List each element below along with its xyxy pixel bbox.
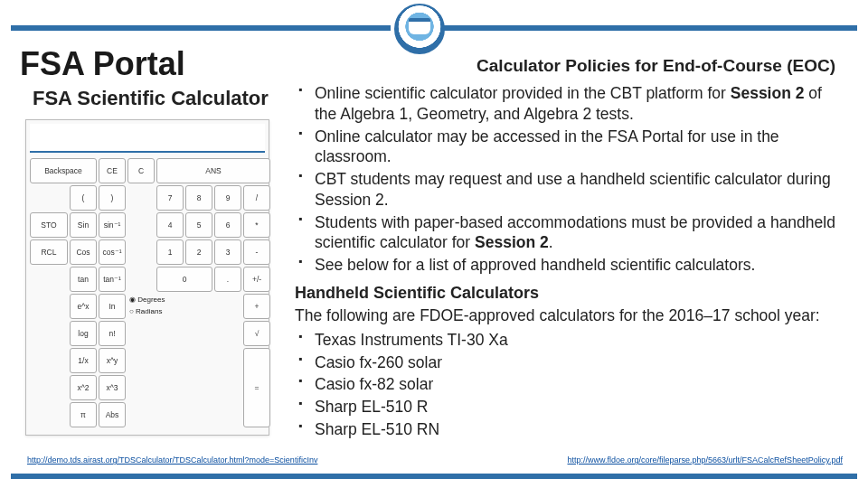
handheld-item: Casio fx-260 solar [295, 352, 843, 373]
calc-key-0[interactable]: 0 [156, 267, 212, 292]
calc-spacer [30, 185, 68, 211]
calc-spacer [30, 348, 68, 373]
calc-spacer [30, 375, 68, 400]
calc-key-sqrt[interactable]: √ [243, 321, 270, 346]
calc-key-rparen[interactable]: ) [99, 185, 126, 211]
calc-key-minus[interactable]: - [243, 239, 270, 265]
policy-item: CBT students may request and use a handh… [295, 169, 843, 211]
calc-key-8[interactable]: 8 [185, 185, 212, 211]
calc-key-mul[interactable]: * [243, 212, 270, 238]
calc-key-6[interactable]: 6 [214, 212, 241, 238]
calc-key-sto[interactable]: STO [30, 212, 68, 238]
degrees-radio[interactable]: ◉ Degrees [129, 296, 211, 304]
handheld-intro: The following are FDOE-approved calculat… [295, 305, 843, 326]
calc-key-9[interactable]: 9 [214, 185, 241, 211]
handheld-heading: Handheld Scientific Calculators [295, 283, 843, 304]
calc-key-asin[interactable]: sin⁻¹ [99, 212, 126, 238]
calc-key-7[interactable]: 7 [156, 185, 184, 211]
policy-item: Online scientific calculator provided in… [295, 83, 843, 125]
calc-key-fact[interactable]: n! [99, 321, 126, 346]
policy-list: Online scientific calculator provided in… [295, 83, 843, 276]
policy-item: Students with paper-based accommodations… [295, 212, 843, 254]
calc-key-ln[interactable]: In [99, 294, 126, 319]
calc-spacer [127, 212, 155, 238]
degrees-label: Degrees [137, 296, 165, 304]
calc-spacer [127, 239, 155, 265]
calc-key-acos[interactable]: cos⁻¹ [99, 239, 126, 265]
calc-spacer [127, 185, 155, 211]
calc-key-atan[interactable]: tan⁻¹ [99, 267, 126, 292]
calc-key-dot[interactable]: . [214, 267, 241, 292]
calculator-keypad: Backspace CE C ANS ( ) 7 8 9 / STO Sin s… [26, 153, 269, 433]
calc-key-3[interactable]: 3 [214, 239, 241, 265]
calc-key-sin[interactable]: Sin [70, 212, 97, 238]
calc-spacer [30, 267, 68, 292]
calc-key-x2[interactable]: x^2 [70, 375, 97, 400]
policy-content: Online scientific calculator provided in… [295, 83, 843, 447]
calc-key-x3[interactable]: x^3 [99, 375, 126, 400]
calc-key-pi[interactable]: π [70, 402, 97, 427]
radians-radio[interactable]: ○ Radians [129, 307, 211, 315]
calc-spacer [30, 321, 68, 346]
book-icon [409, 18, 430, 34]
handheld-list: Texas Instruments TI-30 Xa Casio fx-260 … [295, 330, 843, 440]
calc-key-xy[interactable]: x^y [99, 348, 126, 373]
calc-key-backspace[interactable]: Backspace [30, 158, 97, 183]
angle-mode-group: ◉ Degrees ○ Radians [127, 294, 212, 346]
calculator-display [30, 124, 265, 153]
calc-spacer [127, 348, 241, 373]
calc-key-log[interactable]: log [70, 321, 97, 346]
policies-heading: Calculator Policies for End-of-Course (E… [438, 56, 835, 76]
calculator-screenshot: Backspace CE C ANS ( ) 7 8 9 / STO Sin s… [25, 119, 269, 436]
calc-spacer [214, 294, 241, 319]
calculator-demo-link[interactable]: http://demo.tds.airast.org/TDSCalculator… [27, 455, 317, 465]
page-title: FSA Portal [20, 45, 185, 83]
policy-item: See below for a list of approved handhel… [295, 255, 843, 276]
calc-spacer [30, 402, 68, 427]
calc-key-abs[interactable]: Abs [99, 402, 126, 427]
calc-key-tan[interactable]: tan [70, 267, 97, 292]
policy-item: Online calculator may be accessed in the… [295, 127, 843, 168]
calc-key-ans[interactable]: ANS [156, 158, 270, 183]
handheld-item: Casio fx-82 solar [295, 374, 843, 395]
rule-left [11, 25, 391, 31]
rule-right [421, 25, 857, 31]
calc-key-4[interactable]: 4 [156, 212, 184, 238]
calc-key-recip[interactable]: 1/x [70, 348, 97, 373]
radians-label: Radians [136, 307, 162, 315]
calc-key-div[interactable]: / [243, 185, 270, 211]
policy-pdf-link[interactable]: http://www.fldoe.org/core/fileparse.php/… [568, 455, 844, 465]
handheld-item: Texas Instruments TI-30 Xa [295, 330, 843, 351]
calc-key-ex[interactable]: e^x [70, 294, 97, 319]
calc-spacer [127, 375, 241, 400]
handheld-item: Sharp EL-510 R [295, 397, 843, 418]
calc-key-eq[interactable]: = [243, 348, 270, 427]
calculator-heading: FSA Scientific Calculator [33, 87, 269, 110]
calc-key-cos[interactable]: Cos [70, 239, 97, 265]
calc-spacer [214, 321, 241, 346]
calc-key-5[interactable]: 5 [185, 212, 212, 238]
calc-spacer [127, 267, 155, 292]
calc-key-lparen[interactable]: ( [70, 185, 97, 211]
calc-key-1[interactable]: 1 [156, 239, 184, 265]
calc-key-ce[interactable]: CE [99, 158, 126, 183]
bottom-rule [11, 474, 857, 479]
calc-key-c[interactable]: C [127, 158, 155, 183]
calc-spacer [30, 294, 68, 319]
calc-key-2[interactable]: 2 [185, 239, 212, 265]
calc-key-rcl[interactable]: RCL [30, 239, 68, 265]
handheld-item: Sharp EL-510 RN [295, 419, 843, 440]
calc-key-sign[interactable]: +/- [243, 267, 270, 292]
fsa-logo-icon [394, 4, 445, 54]
calc-spacer [127, 402, 241, 427]
calc-key-plus[interactable]: + [243, 294, 270, 319]
